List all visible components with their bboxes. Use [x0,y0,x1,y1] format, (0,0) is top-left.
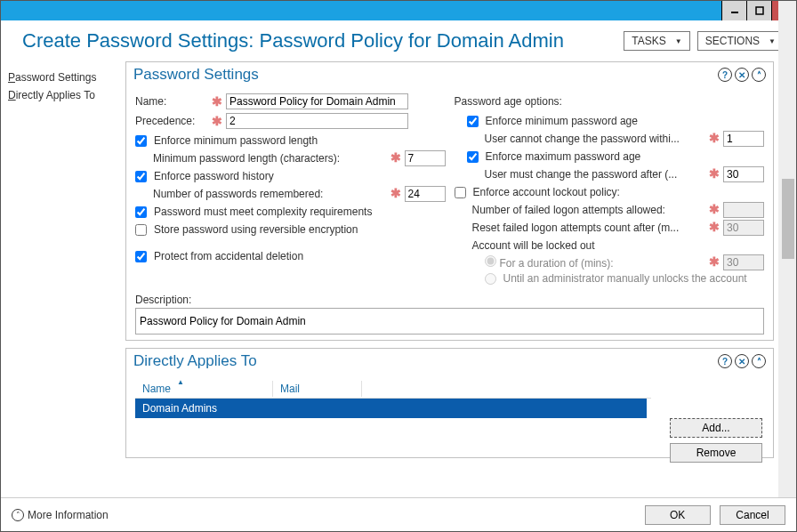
remove-button[interactable]: Remove [670,443,762,463]
section-password-settings: Password Settings ? ✕ ˄ Name: ✱ [125,61,774,341]
min-length-input[interactable] [405,150,446,166]
svg-rect-1 [756,7,763,14]
collapse-icon[interactable]: ˄ [752,354,766,368]
cancel-button[interactable]: Cancel [720,505,785,525]
page-title: Create Password Settings: Password Polic… [22,29,564,52]
required-icon: ✱ [709,131,720,145]
section-heading: Password Settings [133,66,259,84]
precedence-input[interactable] [226,113,408,129]
name-input[interactable] [226,93,408,109]
nav-directly-applies[interactable]: Directly Applies To [6,86,120,104]
section-heading: Directly Applies To [133,352,257,370]
help-icon[interactable]: ? [718,354,732,368]
required-icon: ✱ [390,150,401,165]
more-information-toggle[interactable]: ˄ More Information [12,509,109,521]
enforce-max-age-checkbox[interactable] [467,151,479,163]
scrollbar[interactable] [778,1,796,499]
help-icon[interactable]: ? [718,68,732,82]
column-name[interactable]: Name▲ [135,381,273,397]
add-button[interactable]: Add... [670,418,762,438]
close-section-icon[interactable]: ✕ [735,354,749,368]
description-input[interactable] [135,308,764,335]
ok-button[interactable]: OK [645,505,711,525]
name-label: Name: [135,95,208,108]
minimize-button[interactable] [721,1,746,20]
enforce-min-length-checkbox[interactable] [135,135,147,147]
until-admin-radio [485,273,496,285]
max-age-input[interactable] [723,166,764,182]
close-section-icon[interactable]: ✕ [735,68,749,82]
history-label: Number of passwords remembered: [153,188,323,200]
required-icon: ✱ [709,166,720,181]
reset-count-label: Reset failed logon attempts count after … [472,222,680,234]
chevron-down-icon: ▼ [769,37,776,45]
scrollbar-thumb[interactable] [782,179,794,259]
chevron-up-icon: ˄ [12,509,24,521]
failed-attempts-input [723,202,764,218]
precedence-label: Precedence: [135,115,208,127]
enforce-min-age-checkbox[interactable] [467,116,479,127]
section-applies-to: Directly Applies To ? ✕ ˄ Name▲ Mail Dom… [125,348,774,458]
tasks-dropdown[interactable]: TASKS▼ [624,31,689,51]
collapse-icon[interactable]: ˄ [752,68,766,82]
nav-password-settings[interactable]: Password Settings [6,69,120,86]
sections-dropdown[interactable]: SECTIONS▼ [697,31,784,51]
reversible-checkbox[interactable] [135,224,147,236]
duration-input [723,254,764,270]
column-mail[interactable]: Mail [273,381,362,397]
reset-count-input [723,220,764,236]
history-input[interactable] [405,186,446,202]
failed-attempts-label: Number of failed logon attempts allowed: [472,204,665,216]
required-icon: ✱ [709,202,720,216]
enforce-history-checkbox[interactable] [135,171,147,182]
protect-checkbox[interactable] [135,251,147,262]
age-options-label: Password age options: [455,95,562,108]
sort-asc-icon: ▲ [177,378,184,386]
required-icon: ✱ [709,254,720,269]
complexity-checkbox[interactable] [135,206,147,218]
min-age-label: User cannot change the password withi... [485,133,680,145]
lockout-checkbox[interactable] [455,187,466,198]
maximize-button[interactable] [746,1,771,20]
titlebar [1,1,796,20]
min-length-label: Minimum password length (characters): [153,152,340,165]
description-label: Description: [135,294,764,306]
chevron-down-icon: ▼ [675,37,682,45]
max-age-label: User must change the password after (... [485,168,678,181]
duration-radio [485,255,496,267]
locked-out-label: Account will be locked out [472,239,595,252]
required-icon: ✱ [709,220,720,234]
required-icon: ✱ [212,114,222,128]
table-row[interactable]: Domain Admins [135,399,647,418]
required-icon: ✱ [390,186,401,200]
min-age-input[interactable] [723,131,764,147]
applies-table: Name▲ Mail Domain Admins [135,379,651,418]
required-icon: ✱ [212,94,222,109]
